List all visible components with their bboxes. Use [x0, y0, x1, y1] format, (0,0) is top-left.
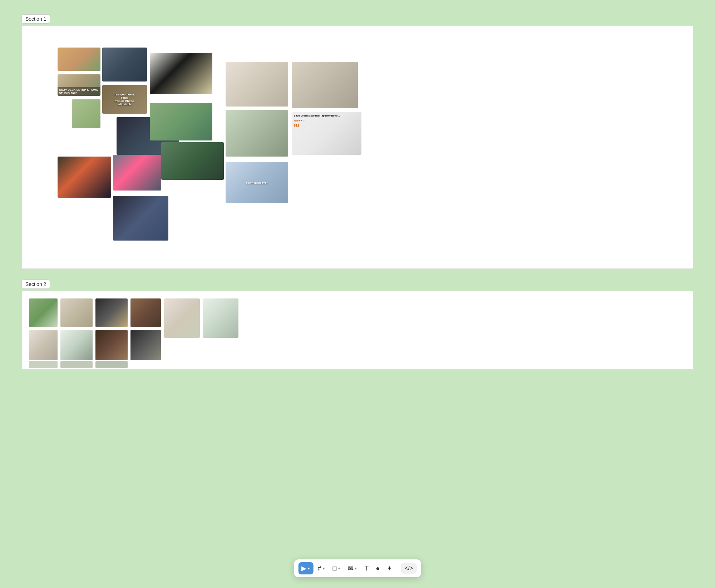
image-desk-sticky[interactable]	[72, 99, 100, 128]
image-amazon-product[interactable]: Sage Green Mountain Tapestry Boho... ★★★…	[292, 112, 361, 155]
image-text-real-good: real good desk setupfree, aesthetic, adj…	[113, 93, 136, 106]
section-2-canvas[interactable]	[21, 291, 694, 370]
image-overlay-text: COZY DESK SETUP & HOME STUDIO 2022	[58, 87, 100, 96]
pen-icon: ✉	[348, 564, 353, 572]
image-room-makeover[interactable]: room makeover	[226, 162, 288, 203]
image-living-modern[interactable]	[95, 330, 128, 360]
image-desk-large-plant[interactable]	[150, 53, 212, 94]
image-living-round[interactable]	[60, 330, 93, 360]
section-1-label: Section 1	[21, 14, 50, 24]
select-tool-button[interactable]: ▶ ▼	[299, 562, 314, 574]
section-1-wrapper: Section 1 COZY DESK SETUP & HOME STUDIO …	[21, 14, 694, 269]
shape-tool-button[interactable]: □ ▼	[330, 563, 344, 574]
section-1-canvas[interactable]: COZY DESK SETUP & HOME STUDIO 2022 real …	[21, 26, 694, 269]
rect-icon: □	[333, 565, 337, 572]
image-desk-bright[interactable]: COZY DESK SETUP & HOME STUDIO 2022	[58, 74, 100, 96]
comment-icon: ●	[376, 565, 380, 572]
image-living-bright[interactable]	[203, 298, 238, 338]
image-living-forest[interactable]	[29, 298, 58, 327]
image-living-dark[interactable]	[130, 298, 161, 327]
image-desk-dark-left[interactable]	[58, 157, 111, 198]
image-bedroom-minimal[interactable]	[292, 62, 358, 108]
image-bedroom-boho[interactable]	[226, 62, 288, 107]
cursor-icon: ▶	[301, 564, 306, 572]
image-living-eames[interactable]	[164, 298, 200, 338]
text-icon: T	[365, 565, 369, 572]
image-desk-monitor-green[interactable]	[150, 103, 212, 140]
code-panel-button[interactable]: </>	[401, 563, 416, 574]
image-living-fireplace[interactable]	[29, 330, 58, 360]
comment-tool-button[interactable]: ●	[373, 563, 383, 574]
frame-icon: #	[318, 565, 321, 572]
plugins-icon: ✦	[387, 564, 392, 572]
image-desk-wooden[interactable]	[58, 48, 100, 71]
image-desk-dual-monitor[interactable]	[113, 155, 161, 191]
image-living-extra2[interactable]	[60, 361, 93, 368]
image-living-sofa[interactable]	[60, 298, 93, 327]
image-living-chair[interactable]	[95, 298, 128, 327]
text-tool-button[interactable]: T	[362, 563, 371, 574]
image-room-text: room makeover	[246, 181, 268, 184]
select-caret: ▼	[307, 567, 311, 570]
frame-tool-button[interactable]: # ▼	[315, 563, 329, 574]
toolbar: ▶ ▼ # ▼ □ ▼ ✉ ▼ T ● ✦ </>	[294, 559, 421, 577]
image-desk-plant-setup[interactable]	[161, 142, 224, 180]
image-living-extra3[interactable]	[95, 361, 128, 368]
image-living-extra1[interactable]	[29, 361, 58, 368]
image-living-dark2[interactable]	[130, 330, 161, 360]
shape-caret: ▼	[337, 567, 341, 570]
pen-tool-button[interactable]: ✉ ▼	[345, 562, 360, 574]
plugins-tool-button[interactable]: ✦	[384, 562, 395, 574]
image-desk-text-overlay[interactable]: real good desk setupfree, aesthetic, adj…	[102, 85, 147, 114]
image-desk-gaming[interactable]	[113, 196, 168, 241]
code-icon: </>	[405, 565, 413, 571]
section-2-label: Section 2	[21, 280, 50, 289]
section-2-wrapper: Section 2	[21, 280, 694, 370]
frame-caret: ▼	[322, 567, 326, 570]
image-desk-monitor-dark[interactable]	[102, 48, 147, 81]
pen-caret: ▼	[354, 567, 358, 570]
toolbar-divider	[398, 563, 398, 573]
image-bedroom-green[interactable]	[226, 110, 288, 157]
